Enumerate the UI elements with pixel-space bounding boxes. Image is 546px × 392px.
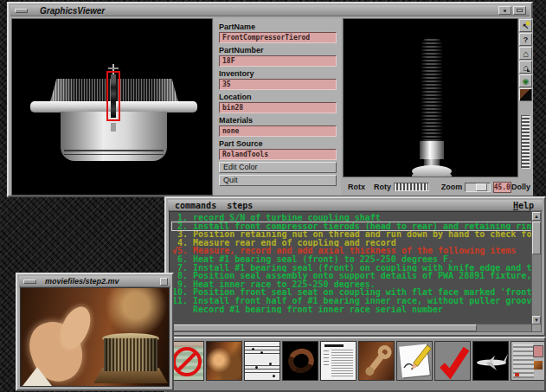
materials-label: Materials (219, 116, 337, 125)
window-menu-icon[interactable] (23, 280, 36, 284)
tierod-lower-segment (111, 123, 116, 132)
thumbnail-row (168, 341, 546, 381)
maximize-button[interactable] (513, 6, 526, 15)
quit-button[interactable]: Quit (219, 175, 337, 186)
resize-corner[interactable] (531, 324, 542, 332)
movie-titlebar[interactable]: moviefiles/step2.mv (19, 276, 170, 287)
catalog-page-thumbnail[interactable] (511, 341, 546, 381)
materials-field[interactable]: none (219, 125, 337, 137)
vertical-scrollbar[interactable]: ▲ ▼ (531, 211, 542, 325)
step-line[interactable]: 9. Heat inner race to 225-250 degrees. (172, 280, 534, 289)
tierod-crossbar (108, 67, 119, 69)
movie-window: moviefiles/step2.mv (16, 273, 174, 391)
window-menu-icon[interactable] (15, 9, 28, 13)
help-menu[interactable]: Help (513, 201, 534, 210)
commands-titlebar[interactable]: commands steps Help (168, 200, 543, 211)
viewer-side-toolbar (519, 18, 533, 178)
step-line[interactable]: 8. Position seal assembly onto support d… (172, 272, 534, 280)
thumbnail-strip (164, 337, 546, 392)
part-3d-viewport[interactable] (343, 18, 518, 177)
part-form: PartName FrontCompressorTierod PartNumbe… (215, 18, 341, 196)
step-line[interactable]: 10. Position front seal seat on coupling… (172, 288, 534, 297)
tierod-highlight-box (106, 71, 120, 121)
step-line[interactable]: 11. Install front half of #1 bearing inn… (172, 297, 534, 305)
wrench-thumbnail[interactable] (358, 341, 395, 381)
step-line[interactable]: √5. Measure, record and add axial thickn… (172, 247, 534, 255)
seek-icon[interactable] (519, 88, 532, 101)
metal-ring-thumbnail[interactable] (282, 341, 318, 381)
steps-list: 1. record S/N of turbine coupling shaft … (169, 211, 535, 325)
sheet-music-thumbnail[interactable] (244, 341, 280, 381)
zoom-label: Zoom (441, 183, 463, 191)
step-line[interactable]: 6. Heat #1 bearing seal (front) to 225-2… (172, 255, 534, 264)
partname-label: PartName (219, 22, 337, 31)
movie-frame[interactable] (20, 287, 170, 387)
note-and-pencil-thumbnail[interactable] (396, 341, 433, 381)
horizontal-scrollbar[interactable] (169, 324, 535, 332)
location-label: Location (219, 93, 337, 101)
set-home-icon[interactable] (519, 61, 532, 74)
edit-color-button[interactable]: Edit Color (219, 162, 337, 173)
partnumber-label: PartNumber (219, 46, 337, 55)
step-line[interactable]: 3. Position retaining nut on thread and … (172, 230, 534, 239)
pick-arrow-icon[interactable] (519, 19, 532, 32)
graphics-viewer-window: GraphicsViewer PartName FrontCompressorT… (7, 2, 533, 197)
red-checkmark-thumbnail[interactable] (434, 341, 471, 381)
step-line[interactable]: 2. install front compressor tierods (hea… (172, 222, 534, 231)
document-page-thumbnail[interactable] (320, 341, 357, 381)
graphics-viewer-titlebar[interactable]: GraphicsViewer (10, 5, 530, 16)
movie-part-cylinder (104, 338, 157, 371)
roty-label: Roty (374, 183, 391, 191)
tierod-base-top (412, 165, 452, 177)
partnumber-field[interactable]: 18F (219, 55, 337, 67)
step-line[interactable]: 4. Measure rear end of coupling and reco… (172, 239, 534, 247)
step-line[interactable]: Record #1 bearing front inner race seria… (172, 305, 534, 314)
tierod-collar (420, 141, 444, 159)
step-line[interactable]: 7. Install #1 bearing seal (front) on co… (172, 264, 534, 273)
view-all-icon[interactable] (519, 74, 532, 87)
partname-field[interactable]: FrontCompressorTierod (219, 32, 337, 43)
step-line[interactable]: 1. record S/N of turbine coupling shaft (172, 214, 534, 222)
zoom-slider[interactable] (465, 183, 490, 192)
dolly-label: Dolly (511, 183, 530, 191)
dolly-thumbwheel[interactable] (521, 115, 530, 169)
zoom-value-field[interactable]: 45.0 (493, 182, 511, 193)
part-source-field[interactable]: RolandTools (219, 149, 337, 160)
vertical-scroll-thumb[interactable] (532, 222, 541, 254)
tierod-threaded-shaft (421, 37, 442, 141)
assembly-3d-viewport[interactable] (11, 18, 213, 196)
inventory-label: Inventory (219, 69, 337, 78)
help-icon[interactable] (519, 33, 532, 46)
part-source-label: Part Source (219, 139, 337, 148)
video-frame-thumbnail[interactable] (206, 341, 242, 381)
location-field[interactable]: bin28 (219, 102, 337, 113)
movie-title: moviefiles/step2.mv (45, 277, 119, 286)
graphics-viewer-title: GraphicsViewer (40, 6, 105, 16)
movie-window-button[interactable] (160, 278, 168, 286)
horizontal-scroll-thumb[interactable] (170, 325, 477, 331)
minimize-button[interactable] (498, 6, 511, 15)
commands-steps-window: commands steps Help 1. record S/N of tur… (164, 196, 546, 337)
rotx-label: Rotx (348, 183, 365, 191)
viewer-control-bar: Rotx Roty Zoom 45.0 Dolly (343, 178, 533, 196)
home-icon[interactable] (519, 47, 532, 60)
inventory-field[interactable]: 35 (219, 79, 337, 90)
desktop: GraphicsViewer PartName FrontCompressorT… (0, 0, 546, 392)
airplane-thumbnail[interactable] (472, 341, 509, 381)
roty-thumbwheel[interactable] (394, 183, 429, 191)
commands-title: commands steps (175, 201, 253, 210)
scroll-up-icon[interactable]: ▲ (532, 212, 541, 221)
